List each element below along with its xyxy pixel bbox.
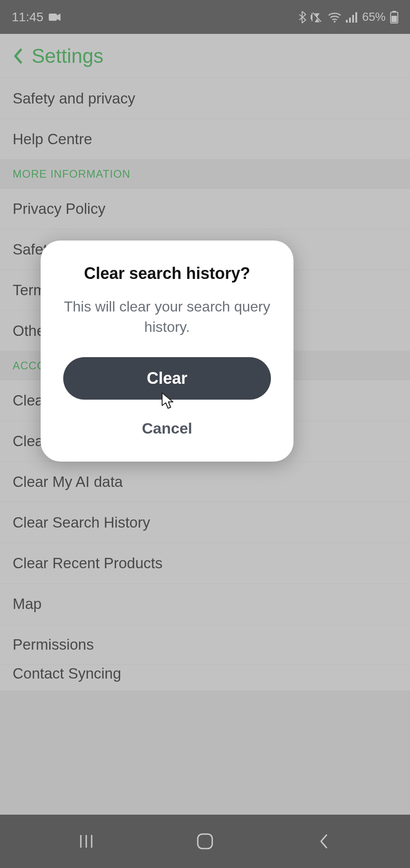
home-button[interactable]: [191, 828, 219, 855]
back-button[interactable]: [9, 47, 27, 65]
system-nav-bar: [0, 815, 410, 868]
list-item-label: Clear Search History: [13, 514, 150, 531]
list-item[interactable]: Contact Syncing: [0, 665, 410, 690]
recents-button[interactable]: [73, 828, 100, 855]
cancel-button-label: Cancel: [142, 420, 192, 437]
section-header-more-info: MORE INFORMATION: [0, 160, 410, 189]
dialog-message: This will clear your search query histor…: [59, 297, 275, 337]
svg-rect-4: [349, 18, 351, 23]
battery-icon: [390, 11, 398, 24]
list-item[interactable]: Safety and privacy: [0, 78, 410, 119]
back-nav-button[interactable]: [310, 828, 337, 855]
svg-rect-13: [198, 834, 212, 849]
list-item[interactable]: Help Centre: [0, 119, 410, 160]
page-title: Settings: [32, 45, 103, 67]
list-item[interactable]: Clear Search History: [0, 502, 410, 543]
svg-rect-5: [352, 15, 354, 23]
list-item-label: Contact Syncing: [13, 665, 121, 682]
list-item[interactable]: Permissions: [0, 624, 410, 665]
list-item-label: Map: [13, 595, 42, 613]
signal-icon: [346, 12, 358, 23]
list-item-label: Clear Recent Products: [13, 555, 163, 572]
cancel-button[interactable]: Cancel: [59, 415, 275, 442]
vibrate-icon: [311, 11, 323, 23]
list-item-label: Permissions: [13, 636, 94, 653]
status-time: 11:45: [12, 10, 43, 24]
video-icon: [49, 13, 61, 22]
battery-percent: 65%: [362, 10, 386, 24]
list-item[interactable]: Clear My AI data: [0, 462, 410, 502]
list-item-label: Clear My AI data: [13, 473, 123, 491]
clear-search-history-dialog: Clear search history? This will clear yo…: [41, 241, 294, 462]
list-item-label: Safety and privacy: [13, 90, 135, 107]
list-item[interactable]: Map: [0, 584, 410, 624]
status-bar: 11:45 65%: [0, 0, 410, 34]
list-item-label: Privacy Policy: [13, 200, 105, 217]
clear-button[interactable]: Clear: [63, 357, 271, 400]
dialog-title: Clear search history?: [59, 264, 275, 283]
svg-rect-3: [346, 20, 348, 23]
bluetooth-icon: [298, 11, 306, 24]
svg-rect-0: [49, 14, 57, 21]
svg-rect-9: [391, 16, 397, 22]
clear-button-label: Clear: [147, 369, 187, 388]
wifi-icon: [328, 12, 341, 23]
app-header: Settings: [0, 34, 410, 78]
list-item-label: Help Centre: [13, 131, 92, 148]
svg-rect-6: [355, 12, 357, 23]
list-item[interactable]: Clear Recent Products: [0, 543, 410, 584]
list-item[interactable]: Privacy Policy: [0, 189, 410, 229]
svg-point-2: [334, 21, 335, 23]
